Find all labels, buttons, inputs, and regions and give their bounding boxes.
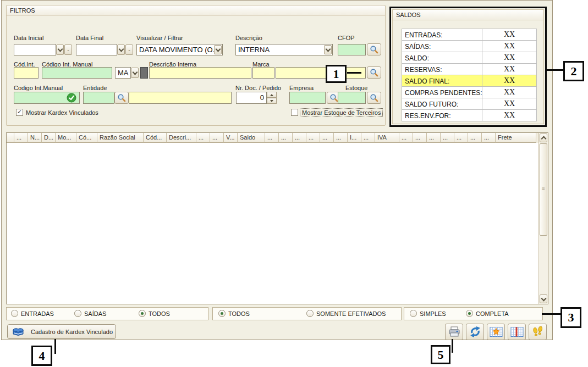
grid-column-header[interactable]: ... [279,133,293,143]
codigo-int-manual-input[interactable] [42,67,112,79]
grid-column-header[interactable]: N... [28,133,42,143]
saldos-row-label: COMPRAS PENDENTES: [402,87,482,98]
nr-doc-pedido-stepper[interactable] [267,92,277,104]
grid-column-header[interactable]: Cód... [144,133,167,143]
radio-circle[interactable] [410,310,417,317]
grid-column-header[interactable]: ... [265,133,279,143]
grid-column-header[interactable]: ... [361,133,375,143]
radio-todos[interactable]: TODOS [218,310,250,317]
grid-column-header[interactable]: Saldo [238,133,265,143]
chevron-down-icon [325,46,331,52]
callout-3: 3 [560,307,581,328]
saldos-row-label: SALDO: [402,52,482,63]
data-final-dropdown-button[interactable] [117,45,125,55]
audit-trail-button[interactable] [529,324,547,340]
entidade-input[interactable] [83,92,114,104]
spin-down-button[interactable] [267,98,277,104]
radio-entradas[interactable]: ENTRADAS [11,310,54,317]
kardex-grid[interactable]: ...N...D...Mo...Có...Razão SocialCód...D… [6,132,548,304]
grid-column-header[interactable]: ... [196,133,210,143]
visualizar-filtrar-select[interactable]: DATA MOVIMENTO (O... [136,44,223,55]
ma-dropdown-button[interactable] [131,68,139,78]
print-button[interactable] [445,324,463,340]
grid-column-header[interactable]: V... [224,133,238,143]
cadastro-kardex-button[interactable]: Cadastro de Kardex Vinculado [7,324,116,339]
grid-column-header[interactable]: Razão Social [97,133,144,143]
refresh-button[interactable] [466,324,484,340]
kardex-window: FILTROS Data Inicial - Data Final - Visu… [1,0,553,340]
radio-somente-efetivados[interactable]: SOMENTE EFETIVADOS [306,310,386,317]
descricao-interna-input[interactable] [149,67,251,79]
cfop-search-button[interactable] [367,43,381,55]
entidade-label: Entidade [83,85,107,91]
radio-completa[interactable]: COMPLETA [466,310,509,317]
grid-column-header[interactable]: Có... [76,133,97,143]
grid-header: ...N...D...Mo...Có...Razão SocialCód...D… [7,133,538,143]
descricao-select[interactable]: INTERNA [235,44,333,55]
marca-input[interactable] [252,67,274,79]
grid-column-header[interactable]: ... [413,133,427,143]
grid-config-button[interactable] [487,324,505,340]
saldos-groupbox: SALDOS ENTRADAS:XXSAÍDAS:XXSALDO:XXRESER… [392,9,544,124]
mostrar-estoque-terceiros-checkbox[interactable] [291,109,298,116]
radio-circle[interactable] [306,310,314,317]
search-icon [370,45,378,54]
color-indicator-box [140,67,148,79]
grid-column-header[interactable]: ... [306,133,320,143]
radio-simples[interactable]: SIMPLES [410,310,446,317]
grid-column-header[interactable]: ... [482,133,496,143]
grid-column-header[interactable]: ... [454,133,468,143]
grid-column-header[interactable]: IVA [375,133,399,143]
scroll-down-button[interactable] [540,294,547,303]
grid-column-header[interactable]: ... [334,133,348,143]
grid-column-header[interactable]: Frete [496,133,536,143]
radio-circle[interactable] [139,310,146,317]
entidade-nome-input[interactable] [129,92,232,104]
radio-todos[interactable]: TODOS [139,310,170,317]
radio-circle[interactable] [466,310,473,317]
data-inicial-dropdown-button[interactable] [56,45,64,55]
grid-column-header[interactable]: Descri... [167,133,196,143]
radio-circle[interactable] [11,310,18,317]
saldos-row: COMPRAS PENDENTES:XX [402,87,537,98]
estoque-input[interactable] [338,92,366,104]
empresa-label: Empresa [289,85,314,91]
saldos-row: SALDO FUTURO:XX [402,98,537,110]
spin-up-button[interactable] [267,92,277,98]
estoque-search-button[interactable] [367,92,381,104]
grid-column-header[interactable]: Mo... [56,133,76,143]
radio-circle[interactable] [74,310,81,317]
cfop-input[interactable] [338,44,366,55]
saldos-row-value: XX [482,110,536,121]
descricao-dropdown-button[interactable] [324,45,332,54]
grid-column-header[interactable]: ... [427,133,441,143]
radio-circle[interactable] [218,310,226,317]
scrollbar-thumb[interactable] [540,143,547,236]
radio-saidas[interactable]: SAÍDAS [74,310,106,317]
grid-column-header[interactable]: I... [348,133,361,143]
entidade-search-button[interactable] [114,92,129,104]
grid-column-header[interactable]: ... [399,133,413,143]
grid-column-header[interactable]: ... [320,133,334,143]
grid-columns-button[interactable] [508,324,526,340]
nr-doc-pedido-input[interactable]: 0 [236,92,267,104]
mostrar-kardex-checkbox[interactable] [16,109,23,116]
grid-column-header[interactable]: ... [14,133,28,143]
grid-column-header[interactable]: ... [293,133,306,143]
cod-int-input[interactable] [14,67,39,79]
ma-select[interactable]: MA [115,67,131,79]
scroll-up-button[interactable] [540,134,547,142]
visualizar-dropdown-button[interactable] [214,45,222,54]
data-final-clear-button[interactable]: - [125,45,133,55]
grid-column-header[interactable]: ... [468,133,482,143]
grid-column-header[interactable]: D... [42,133,56,143]
grid-column-header[interactable]: ... [441,133,454,143]
empresa-input[interactable] [289,92,326,104]
grid-vertical-scrollbar[interactable] [538,133,548,304]
data-inicial-clear-button[interactable]: - [64,45,72,55]
grid-column-header[interactable]: ... [210,133,224,143]
grid-column-header[interactable] [7,133,14,143]
marca-search-button[interactable] [367,66,381,79]
data-inicial-input[interactable] [14,44,56,55]
data-final-input[interactable] [76,44,117,55]
